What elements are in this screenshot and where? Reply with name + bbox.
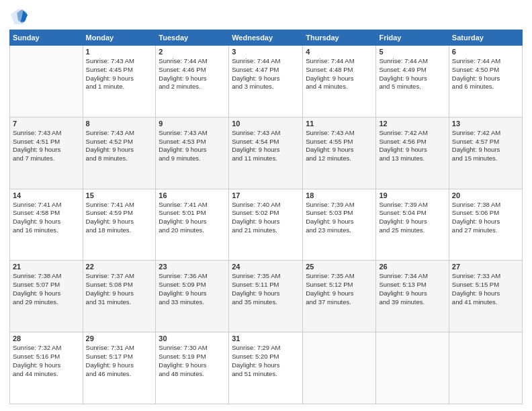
- calendar-week-row: 14Sunrise: 7:41 AM Sunset: 4:58 PM Dayli…: [10, 189, 523, 261]
- day-info: Sunrise: 7:33 AM Sunset: 5:15 PM Dayligh…: [452, 272, 519, 306]
- day-info: Sunrise: 7:41 AM Sunset: 5:01 PM Dayligh…: [159, 201, 226, 235]
- day-number: 15: [86, 191, 153, 199]
- day-number: 2: [159, 48, 226, 56]
- day-info: Sunrise: 7:41 AM Sunset: 4:58 PM Dayligh…: [13, 201, 80, 235]
- day-info: Sunrise: 7:29 AM Sunset: 5:20 PM Dayligh…: [232, 344, 300, 378]
- day-info: Sunrise: 7:36 AM Sunset: 5:09 PM Dayligh…: [159, 272, 226, 306]
- calendar-week-row: 1Sunrise: 7:43 AM Sunset: 4:45 PM Daylig…: [10, 46, 523, 118]
- calendar-day-cell: 14Sunrise: 7:41 AM Sunset: 4:58 PM Dayli…: [10, 189, 83, 261]
- day-number: 29: [86, 334, 153, 342]
- day-number: 26: [379, 263, 445, 271]
- day-number: 12: [379, 120, 445, 128]
- day-info: Sunrise: 7:43 AM Sunset: 4:54 PM Dayligh…: [232, 129, 300, 163]
- calendar-day-cell: 30Sunrise: 7:30 AM Sunset: 5:19 PM Dayli…: [156, 332, 229, 404]
- calendar-day-cell: 10Sunrise: 7:43 AM Sunset: 4:54 PM Dayli…: [229, 117, 303, 189]
- day-info: Sunrise: 7:43 AM Sunset: 4:51 PM Dayligh…: [13, 129, 80, 163]
- calendar-day-cell: 9Sunrise: 7:43 AM Sunset: 4:53 PM Daylig…: [156, 117, 229, 189]
- calendar-page: SundayMondayTuesdayWednesdayThursdayFrid…: [0, 0, 532, 411]
- day-info: Sunrise: 7:35 AM Sunset: 5:12 PM Dayligh…: [306, 272, 373, 306]
- calendar-day-cell: 22Sunrise: 7:37 AM Sunset: 5:08 PM Dayli…: [83, 261, 156, 332]
- calendar-day-cell: 25Sunrise: 7:35 AM Sunset: 5:12 PM Dayli…: [303, 261, 376, 332]
- day-info: Sunrise: 7:37 AM Sunset: 5:08 PM Dayligh…: [86, 272, 153, 306]
- day-number: 14: [13, 191, 80, 199]
- calendar-day-cell: 31Sunrise: 7:29 AM Sunset: 5:20 PM Dayli…: [229, 332, 303, 404]
- day-number: 31: [232, 334, 300, 342]
- day-info: Sunrise: 7:32 AM Sunset: 5:16 PM Dayligh…: [13, 344, 80, 378]
- calendar-day-cell: 7Sunrise: 7:43 AM Sunset: 4:51 PM Daylig…: [10, 117, 83, 189]
- day-number: 1: [86, 48, 153, 56]
- day-info: Sunrise: 7:44 AM Sunset: 4:46 PM Dayligh…: [159, 57, 226, 91]
- day-info: Sunrise: 7:39 AM Sunset: 5:03 PM Dayligh…: [306, 201, 373, 235]
- day-number: 30: [159, 334, 226, 342]
- day-info: Sunrise: 7:44 AM Sunset: 4:47 PM Dayligh…: [232, 57, 300, 91]
- calendar-day-cell: 23Sunrise: 7:36 AM Sunset: 5:09 PM Dayli…: [156, 261, 229, 332]
- day-number: 8: [86, 120, 153, 128]
- calendar-table: SundayMondayTuesdayWednesdayThursdayFrid…: [9, 30, 523, 404]
- calendar-day-cell: 21Sunrise: 7:38 AM Sunset: 5:07 PM Dayli…: [10, 261, 83, 332]
- calendar-day-cell: 1Sunrise: 7:43 AM Sunset: 4:45 PM Daylig…: [83, 46, 156, 118]
- day-info: Sunrise: 7:43 AM Sunset: 4:52 PM Dayligh…: [86, 129, 153, 163]
- day-info: Sunrise: 7:43 AM Sunset: 4:53 PM Dayligh…: [159, 129, 226, 163]
- calendar-day-cell: 12Sunrise: 7:42 AM Sunset: 4:56 PM Dayli…: [376, 117, 449, 189]
- day-number: 16: [159, 191, 226, 199]
- day-info: Sunrise: 7:38 AM Sunset: 5:06 PM Dayligh…: [452, 201, 519, 235]
- day-number: 9: [159, 120, 226, 128]
- calendar-day-cell: 24Sunrise: 7:35 AM Sunset: 5:11 PM Dayli…: [229, 261, 303, 332]
- day-number: 23: [159, 263, 226, 271]
- calendar-day-cell: 11Sunrise: 7:43 AM Sunset: 4:55 PM Dayli…: [303, 117, 376, 189]
- day-number: 24: [232, 263, 300, 271]
- day-number: 18: [306, 191, 373, 199]
- calendar-day-cell: [449, 332, 522, 404]
- calendar-day-cell: 29Sunrise: 7:31 AM Sunset: 5:17 PM Dayli…: [83, 332, 156, 404]
- day-number: 7: [13, 120, 80, 128]
- day-number: 19: [379, 191, 445, 199]
- day-number: 13: [452, 120, 519, 128]
- day-number: 28: [13, 334, 80, 342]
- day-number: 27: [452, 263, 519, 271]
- calendar-day-cell: 13Sunrise: 7:42 AM Sunset: 4:57 PM Dayli…: [449, 117, 522, 189]
- day-number: 17: [232, 191, 300, 199]
- day-number: 25: [306, 263, 373, 271]
- calendar-week-row: 28Sunrise: 7:32 AM Sunset: 5:16 PM Dayli…: [10, 332, 523, 404]
- day-number: 22: [86, 263, 153, 271]
- day-number: 20: [452, 191, 519, 199]
- calendar-week-row: 7Sunrise: 7:43 AM Sunset: 4:51 PM Daylig…: [10, 117, 523, 189]
- calendar-day-cell: [303, 332, 376, 404]
- day-number: 6: [452, 48, 519, 56]
- day-info: Sunrise: 7:40 AM Sunset: 5:02 PM Dayligh…: [232, 201, 300, 235]
- logo: [9, 7, 31, 26]
- day-number: 21: [13, 263, 80, 271]
- weekday-header-thursday: Thursday: [303, 30, 376, 46]
- day-number: 11: [306, 120, 373, 128]
- weekday-header-sunday: Sunday: [10, 30, 83, 46]
- day-info: Sunrise: 7:44 AM Sunset: 4:48 PM Dayligh…: [306, 57, 373, 91]
- calendar-day-cell: [10, 46, 83, 118]
- day-info: Sunrise: 7:43 AM Sunset: 4:45 PM Dayligh…: [86, 57, 153, 91]
- day-info: Sunrise: 7:35 AM Sunset: 5:11 PM Dayligh…: [232, 272, 300, 306]
- calendar-day-cell: 6Sunrise: 7:44 AM Sunset: 4:50 PM Daylig…: [449, 46, 522, 118]
- day-info: Sunrise: 7:39 AM Sunset: 5:04 PM Dayligh…: [379, 201, 445, 235]
- day-info: Sunrise: 7:43 AM Sunset: 4:55 PM Dayligh…: [306, 129, 373, 163]
- calendar-day-cell: 28Sunrise: 7:32 AM Sunset: 5:16 PM Dayli…: [10, 332, 83, 404]
- calendar-day-cell: 4Sunrise: 7:44 AM Sunset: 4:48 PM Daylig…: [303, 46, 376, 118]
- day-number: 3: [232, 48, 300, 56]
- header: [9, 7, 523, 26]
- day-info: Sunrise: 7:44 AM Sunset: 4:49 PM Dayligh…: [379, 57, 445, 91]
- calendar-day-cell: [376, 332, 449, 404]
- calendar-day-cell: 26Sunrise: 7:34 AM Sunset: 5:13 PM Dayli…: [376, 261, 449, 332]
- weekday-header-saturday: Saturday: [449, 30, 522, 46]
- logo-icon: [9, 7, 28, 26]
- calendar-day-cell: 17Sunrise: 7:40 AM Sunset: 5:02 PM Dayli…: [229, 189, 303, 261]
- weekday-header-wednesday: Wednesday: [229, 30, 303, 46]
- calendar-day-cell: 15Sunrise: 7:41 AM Sunset: 4:59 PM Dayli…: [83, 189, 156, 261]
- calendar-day-cell: 8Sunrise: 7:43 AM Sunset: 4:52 PM Daylig…: [83, 117, 156, 189]
- calendar-day-cell: 2Sunrise: 7:44 AM Sunset: 4:46 PM Daylig…: [156, 46, 229, 118]
- day-info: Sunrise: 7:30 AM Sunset: 5:19 PM Dayligh…: [159, 344, 226, 378]
- day-info: Sunrise: 7:31 AM Sunset: 5:17 PM Dayligh…: [86, 344, 153, 378]
- day-info: Sunrise: 7:42 AM Sunset: 4:56 PM Dayligh…: [379, 129, 445, 163]
- day-number: 10: [232, 120, 300, 128]
- calendar-day-cell: 3Sunrise: 7:44 AM Sunset: 4:47 PM Daylig…: [229, 46, 303, 118]
- calendar-day-cell: 19Sunrise: 7:39 AM Sunset: 5:04 PM Dayli…: [376, 189, 449, 261]
- weekday-header-tuesday: Tuesday: [156, 30, 229, 46]
- calendar-day-cell: 18Sunrise: 7:39 AM Sunset: 5:03 PM Dayli…: [303, 189, 376, 261]
